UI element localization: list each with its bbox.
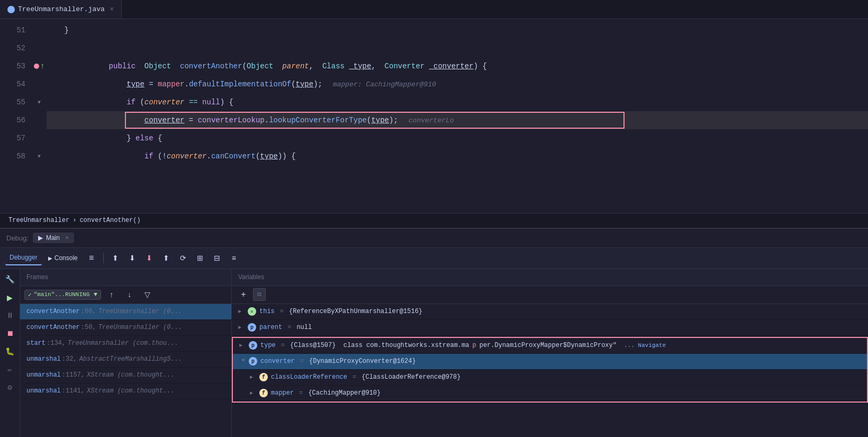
stop-sidebar-icon[interactable]: ⏹ bbox=[4, 327, 16, 340]
frame-name-1: convertAnother bbox=[26, 324, 80, 331]
settings-btn[interactable]: ≡ bbox=[84, 251, 99, 265]
frames-up-btn[interactable]: ↑ bbox=[104, 287, 119, 302]
variables-list: ► ≡ this = {ReferenceByXPathUnmarshaller… bbox=[232, 304, 868, 438]
thread-selector[interactable]: ✓ "main"...RUNNING ▼ bbox=[24, 290, 101, 300]
var-item-converter[interactable]: ▼ p converter = {DynamicProxyConverter@1… bbox=[233, 354, 867, 370]
frame-item-1[interactable]: convertAnother :50, TreeUnmarshaller (0.… bbox=[20, 320, 231, 336]
variables-panel: Variables + ⧉ ► ≡ this = {ReferenceByXPa… bbox=[232, 269, 868, 438]
badge-mapper: f bbox=[259, 389, 268, 397]
var-item-classloader[interactable]: ► f classLoaderReference = {ClassLoaderR… bbox=[243, 370, 867, 386]
evaluate-btn[interactable]: ⊞ bbox=[193, 251, 207, 265]
frame-class-3: AbstractTreeMarshallingS... bbox=[79, 355, 182, 363]
line-num-53: 53 bbox=[0, 57, 25, 75]
navigate-type-link[interactable]: ... Navigate bbox=[624, 342, 666, 349]
frame-class-2: TreeUnmarshaller (com.thou... bbox=[68, 340, 178, 347]
gutter-51 bbox=[32, 21, 47, 39]
var-section-highlight: ► p type = {Class@1507} class com.though… bbox=[232, 337, 868, 403]
copy-value-btn[interactable]: ⧉ bbox=[253, 288, 266, 301]
bug-sidebar-icon[interactable]: 🐛 bbox=[4, 345, 16, 358]
debug-body: 🔧 ▶ ⏸ ⏹ 🐛 ✏ ⚙ Frames ✓ "main"...RUNNING … bbox=[0, 269, 868, 438]
collapse-icon-55[interactable]: ▼ bbox=[38, 100, 41, 105]
debug-tab-label: Main bbox=[46, 234, 60, 242]
pencil-sidebar-icon[interactable]: ✏ bbox=[4, 363, 16, 376]
gutter-56 bbox=[32, 111, 47, 129]
console-tab-button[interactable]: ▶ Console bbox=[44, 251, 82, 265]
var-value-classloader: {ClassLoaderReference@978} bbox=[361, 373, 460, 381]
line-num-52: 52 bbox=[0, 39, 25, 57]
frame-item-0[interactable]: convertAnother :66, TreeUnmarshaller (0.… bbox=[20, 304, 231, 320]
debug-main-tab[interactable]: ▶ Main × bbox=[33, 233, 74, 243]
frame-item-2[interactable]: start :134, TreeUnmarshaller (com.thou..… bbox=[20, 336, 231, 352]
editor-gutter: ↑ ▼ ▼ bbox=[32, 19, 47, 213]
var-name-mapper: mapper bbox=[271, 389, 294, 397]
frames-panel: Frames ✓ "main"...RUNNING ▼ ↑ ↓ ▽ conver… bbox=[20, 269, 232, 438]
badge-parent: p bbox=[248, 323, 256, 332]
badge-classloader: f bbox=[259, 373, 268, 381]
run-to-cursor-btn[interactable]: ⟳ bbox=[176, 251, 191, 265]
frame-item-4[interactable]: unmarshal :1157, XStream (com.thought... bbox=[20, 368, 231, 384]
frames-filter-btn[interactable]: ▽ bbox=[140, 287, 155, 302]
settings-sidebar-icon[interactable]: 🔧 bbox=[4, 273, 16, 286]
pause-sidebar-icon[interactable]: ⏸ bbox=[4, 309, 16, 322]
tab-close-button[interactable]: × bbox=[110, 6, 114, 13]
frame-class-0: TreeUnmarshaller (0... bbox=[98, 308, 182, 315]
line-num-58: 58 bbox=[0, 147, 25, 165]
expand-arrow-parent[interactable]: ► bbox=[238, 325, 245, 331]
var-eq-classloader: = bbox=[352, 373, 356, 381]
step-out-btn[interactable]: ⬆ bbox=[159, 251, 174, 265]
frame-line-4: :1157, bbox=[62, 371, 85, 379]
var-item-type[interactable]: ► p type = {Class@1507} class com.though… bbox=[233, 338, 867, 354]
debug-toolbar: Debugger ▶ Console ≡ ⬆ ⬇ ⬇ ⬆ ⟳ ⊞ ⊟ ≡ bbox=[0, 248, 868, 269]
breadcrumb-method[interactable]: convertAnother() bbox=[79, 217, 140, 224]
line-num-57: 57 bbox=[0, 129, 25, 147]
var-name-classloader: classLoaderReference bbox=[271, 373, 347, 381]
code-line-51: } bbox=[47, 21, 868, 39]
expand-arrow-classloader[interactable]: ► bbox=[250, 374, 256, 380]
frame-name-2: start bbox=[26, 340, 46, 347]
frame-item-3[interactable]: unmarshal :32, AbstractTreeMarshallingS.… bbox=[20, 352, 231, 368]
frames-header: Frames bbox=[20, 269, 231, 286]
gear-sidebar-icon[interactable]: ⚙ bbox=[4, 381, 16, 394]
run-sidebar-icon[interactable]: ▶ bbox=[4, 291, 16, 304]
breakpoint-icon[interactable] bbox=[34, 64, 39, 69]
expand-arrow-mapper[interactable]: ► bbox=[250, 390, 256, 396]
code-text-52 bbox=[47, 44, 51, 52]
inline-hint-54: mapper: CachingMapper@910 bbox=[333, 81, 436, 88]
expand-arrow-this[interactable]: ► bbox=[238, 309, 245, 315]
gutter-53[interactable]: ↑ bbox=[32, 57, 47, 75]
frame-line-3: :32, bbox=[62, 355, 77, 363]
java-file-icon bbox=[7, 6, 15, 13]
collapse-icon-58[interactable]: ▼ bbox=[38, 154, 41, 159]
var-name-type: type bbox=[260, 342, 276, 349]
expand-arrow-type[interactable]: ► bbox=[239, 343, 246, 349]
var-value-parent: null bbox=[296, 324, 312, 331]
check-icon: ✓ bbox=[28, 291, 32, 298]
editor-tab[interactable]: TreeUnmarshaller.java × bbox=[0, 0, 122, 19]
breadcrumb: TreeUnmarshaller › convertAnother() bbox=[0, 213, 868, 228]
var-item-parent[interactable]: ► p parent = null bbox=[232, 320, 868, 336]
breadcrumb-class[interactable]: TreeUnmarshaller bbox=[8, 217, 69, 224]
frame-item-5[interactable]: unmarshal :1141, XStream (com.thought... bbox=[20, 384, 231, 399]
gutter-55[interactable]: ▼ bbox=[32, 93, 47, 111]
extra-btn[interactable]: ≡ bbox=[227, 251, 241, 265]
gutter-58[interactable]: ▼ bbox=[32, 147, 47, 165]
var-name-this: this bbox=[259, 308, 275, 315]
thread-name: "main"...RUNNING bbox=[34, 291, 90, 298]
var-item-mapper[interactable]: ► f mapper = {CachingMapper@910} bbox=[243, 386, 867, 402]
frames-table-btn[interactable]: ⊟ bbox=[210, 251, 224, 265]
var-eq-mapper: = bbox=[299, 389, 303, 397]
restore-layout-btn[interactable]: ⬆ bbox=[108, 251, 123, 265]
badge-this: ≡ bbox=[248, 307, 256, 316]
add-watch-btn[interactable]: + bbox=[236, 287, 251, 302]
step-into-btn[interactable]: ⬇ bbox=[142, 251, 157, 265]
debugger-tab-button[interactable]: Debugger bbox=[5, 251, 42, 265]
expand-arrow-converter[interactable]: ▼ bbox=[240, 358, 246, 364]
frames-toolbar: ✓ "main"...RUNNING ▼ ↑ ↓ ▽ bbox=[20, 286, 231, 304]
frames-down-btn[interactable]: ↓ bbox=[122, 287, 137, 302]
var-item-this[interactable]: ► ≡ this = {ReferenceByXPathUnmarshaller… bbox=[232, 304, 868, 320]
step-over-btn[interactable]: ⬇ bbox=[125, 251, 140, 265]
frame-line-5: :1141, bbox=[62, 387, 85, 395]
line-num-56: 56 bbox=[0, 111, 25, 129]
debug-tab-close[interactable]: × bbox=[65, 234, 69, 242]
code-line-56: converter = converterLookup.lookupConver… bbox=[47, 111, 868, 129]
